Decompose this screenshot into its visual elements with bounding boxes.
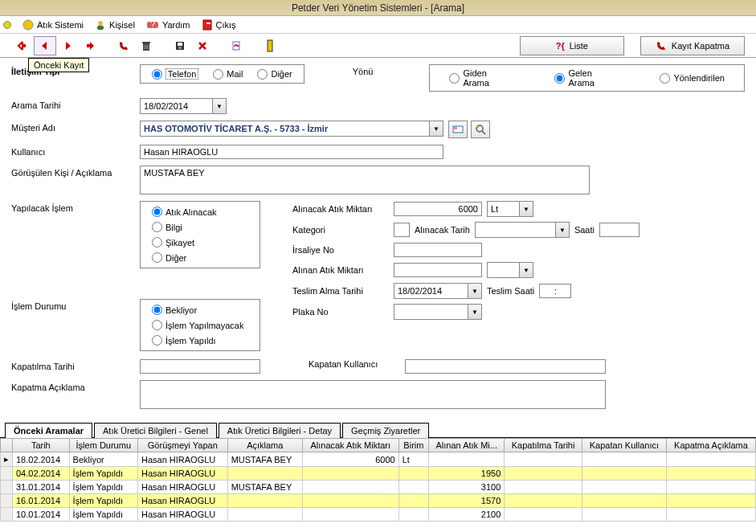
grid-cell[interactable]: Hasan HIRAOGLU xyxy=(137,508,227,522)
grid-cell[interactable] xyxy=(582,452,666,467)
grid-cell[interactable]: 1570 xyxy=(429,494,505,508)
grid-header[interactable]: Açıklama xyxy=(227,439,302,452)
date-input[interactable] xyxy=(140,98,212,114)
dropdown-icon[interactable]: ▼ xyxy=(468,304,482,320)
radio-giden[interactable]: Giden Arama xyxy=(449,68,514,88)
grid-cell[interactable]: 3100 xyxy=(429,481,505,494)
grid-cell[interactable] xyxy=(302,467,398,481)
tab-ziyaretler[interactable]: Geçmiş Ziyaretler xyxy=(342,423,429,438)
teslim-tarih-field[interactable]: ▼ xyxy=(394,283,482,299)
tab-genel[interactable]: Atık Üretici Bilgileri - Genel xyxy=(94,423,217,438)
grid-cell[interactable] xyxy=(666,467,755,481)
dropdown-icon[interactable]: ▼ xyxy=(555,222,570,238)
radio-sikayet[interactable]: Şikayet xyxy=(152,237,248,248)
grid-cell[interactable] xyxy=(302,508,398,522)
grid-cell[interactable] xyxy=(505,508,582,522)
plaka-input[interactable] xyxy=(394,304,468,320)
grid-cell[interactable] xyxy=(227,467,302,481)
radio-atik-alinacak[interactable]: Atık Alınacak xyxy=(152,207,248,217)
grid-cell[interactable]: ▸ xyxy=(1,452,13,467)
grid-cell[interactable] xyxy=(398,508,429,522)
grid-cell[interactable]: 18.02.2014 xyxy=(13,452,70,467)
grid-cell[interactable]: 31.01.2014 xyxy=(13,481,70,494)
grid-cell[interactable] xyxy=(666,452,755,467)
radio-yapildi[interactable]: İşlem Yapıldı xyxy=(152,335,248,346)
grid-cell[interactable] xyxy=(505,452,582,467)
grid-header[interactable]: Kapatma Açıklama xyxy=(666,439,755,452)
grid-cell[interactable]: İşlem Yapıldı xyxy=(69,508,137,522)
grid-cell[interactable] xyxy=(666,508,755,522)
refresh-button[interactable] xyxy=(225,36,247,55)
grid-header[interactable]: Kapatan Kullanıcı xyxy=(582,439,666,452)
radio-bilgi[interactable]: Bilgi xyxy=(152,222,248,232)
grid-cell[interactable] xyxy=(666,481,755,494)
close-record-button[interactable]: Kayıt Kapatma xyxy=(640,36,745,55)
kullanici-input[interactable] xyxy=(140,145,443,159)
radio-bekliyor[interactable]: Bekliyor xyxy=(152,305,248,315)
first-record-button[interactable] xyxy=(11,36,34,55)
grid-cell[interactable] xyxy=(582,481,666,494)
next-record-button[interactable] xyxy=(56,36,79,55)
grid-cell[interactable] xyxy=(1,467,13,481)
table-row[interactable]: ▸18.02.2014BekliyorHasan HIRAOGLUMUSTAFA… xyxy=(1,452,756,467)
customer-search-button[interactable] xyxy=(471,121,490,138)
flag-button[interactable] xyxy=(259,36,281,55)
grid-cell[interactable]: Bekliyor xyxy=(69,452,137,467)
alinan-miktar-input[interactable] xyxy=(394,263,482,277)
grid-cell[interactable] xyxy=(398,494,429,508)
grid-cell[interactable]: MUSTAFA BEY xyxy=(227,481,302,494)
grid-cell[interactable] xyxy=(666,494,755,508)
menu-yardim[interactable]: ? Yardım xyxy=(141,18,195,32)
teslim-saat-input[interactable] xyxy=(539,284,571,298)
kapatan-kullanici-input[interactable] xyxy=(405,359,606,374)
table-row[interactable]: 16.01.2014İşlem YapıldıHasan HIRAOGLU157… xyxy=(1,494,756,508)
table-row[interactable]: 10.01.2014İşlem YapıldıHasan HIRAOGLU210… xyxy=(1,508,756,522)
tab-detay[interactable]: Atık Üretici Bilgileri - Detay xyxy=(219,423,341,438)
grid-cell[interactable]: Hasan HIRAOGLU xyxy=(137,467,227,481)
grid-cell[interactable]: Hasan HIRAOGLU xyxy=(137,452,227,467)
grid-cell[interactable] xyxy=(582,494,666,508)
grid-cell[interactable] xyxy=(227,508,302,522)
dropdown-icon[interactable]: ▼ xyxy=(212,98,227,114)
customer-input[interactable] xyxy=(140,121,429,137)
grid-cell[interactable]: 04.02.2014 xyxy=(13,467,70,481)
grid-cell[interactable]: Lt xyxy=(398,452,429,467)
tab-onceki-aramalar[interactable]: Önceki Aramalar xyxy=(5,423,92,438)
delete-button[interactable] xyxy=(135,36,157,55)
grid-header[interactable]: Alınacak Atık Miktarı xyxy=(302,439,398,452)
birim-field[interactable]: ▼ xyxy=(487,201,533,217)
radio-yapilmayacak[interactable]: İşlem Yapılmayacak xyxy=(152,320,248,330)
arama-tarihi-field[interactable]: ▼ xyxy=(140,98,227,114)
grid-cell[interactable]: İşlem Yapıldı xyxy=(69,481,137,494)
last-record-button[interactable] xyxy=(79,36,101,55)
customer-detail-button[interactable] xyxy=(448,121,468,138)
grid-cell[interactable]: 16.01.2014 xyxy=(13,494,70,508)
table-row[interactable]: 04.02.2014İşlem YapıldıHasan HIRAOGLU195… xyxy=(1,467,756,481)
grid-cell[interactable] xyxy=(1,494,13,508)
grid-cell[interactable]: İşlem Yapıldı xyxy=(69,467,137,481)
alinacak-tarih-field[interactable]: ▼ xyxy=(475,222,570,238)
grid-cell[interactable] xyxy=(505,467,582,481)
radio-yonlendirilen[interactable]: Yönlendirilen xyxy=(660,73,725,84)
radio-gelen[interactable]: Gelen Arama xyxy=(554,68,619,88)
grid-cell[interactable] xyxy=(505,494,582,508)
date-input[interactable] xyxy=(394,283,468,299)
kategori-input[interactable] xyxy=(394,223,410,237)
menu-kisisel[interactable]: Kişisel xyxy=(90,18,140,32)
grid-cell[interactable]: 10.01.2014 xyxy=(13,508,70,522)
history-grid[interactable]: Tarih İşlem Durumu Görüşmeyi Yapan Açıkl… xyxy=(0,438,756,522)
grid-header[interactable]: Tarih xyxy=(13,439,70,452)
dropdown-icon[interactable]: ▼ xyxy=(468,283,482,299)
unit-input[interactable] xyxy=(487,262,519,278)
menu-atik-sistemi[interactable]: Atık Sistemi xyxy=(18,18,88,32)
alinacak-miktar-input[interactable] xyxy=(394,202,482,216)
grid-header[interactable]: Alınan Atık Mi... xyxy=(429,439,505,452)
grid-cell[interactable] xyxy=(582,508,666,522)
grid-header[interactable]: İşlem Durumu xyxy=(69,439,137,452)
kapatma-aciklama-textarea[interactable] xyxy=(140,380,606,409)
plaka-field[interactable]: ▼ xyxy=(394,304,482,320)
table-row[interactable]: 31.01.2014İşlem YapıldıHasan HIRAOGLUMUS… xyxy=(1,481,756,494)
grid-cell[interactable] xyxy=(227,494,302,508)
grid-cell[interactable]: 1950 xyxy=(429,467,505,481)
irsaliye-input[interactable] xyxy=(394,243,482,257)
